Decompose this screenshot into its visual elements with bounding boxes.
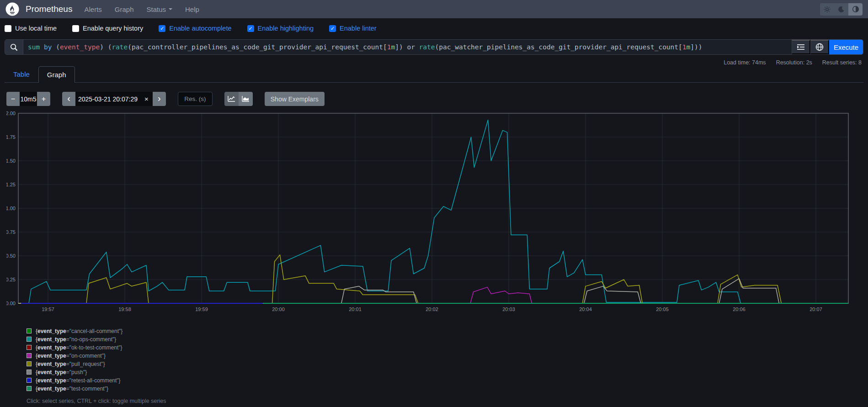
legend-item-test-comment[interactable]: {event_type="test-comment"} xyxy=(27,386,868,391)
nav-link-help[interactable]: Help xyxy=(185,5,199,13)
checkbox-enable-highlighting[interactable]: ✓Enable highlighting xyxy=(247,25,314,32)
legend-item-pull_request[interactable]: {event_type="pull_request"} xyxy=(27,361,868,367)
time-forward-button[interactable]: › xyxy=(153,92,166,106)
graph-canvas[interactable]: 0.000.250.500.751.001.251.501.752.0019:5… xyxy=(6,111,850,316)
checkbox-enable-autocomplete[interactable]: ✓Enable autocomplete xyxy=(159,25,231,32)
nav-link-alerts[interactable]: Alerts xyxy=(84,5,101,13)
y-axis-tick: 1.50 xyxy=(6,158,16,164)
search-icon xyxy=(5,40,23,54)
legend-label: {event_type="test-comment"} xyxy=(36,386,108,392)
checked-checkbox-icon[interactable]: ✓ xyxy=(329,25,336,32)
legend-label: {event_type="no-ops-comment"} xyxy=(36,336,116,343)
metrics-explorer-icon xyxy=(797,43,805,51)
range-input[interactable] xyxy=(20,92,37,106)
query-token: sum xyxy=(28,43,40,51)
query-token xyxy=(40,43,44,51)
legend: {event_type="cancel-all-comment"}{event_… xyxy=(27,328,868,391)
legend-swatch xyxy=(27,353,32,358)
x-axis-tick: 20:01 xyxy=(349,307,362,312)
legend-item-push[interactable]: {event_type="push"} xyxy=(27,369,868,375)
y-axis-tick: 1.00 xyxy=(6,206,16,211)
legend-swatch xyxy=(27,345,32,350)
datetime-input[interactable] xyxy=(75,95,140,103)
tab-graph[interactable]: Graph xyxy=(38,66,75,83)
moon-icon xyxy=(838,6,845,13)
x-axis-tick: 19:57 xyxy=(42,307,54,312)
result-series: Result series: 8 xyxy=(822,59,862,66)
x-axis-tick: 20:00 xyxy=(272,307,285,312)
legend-swatch xyxy=(27,386,32,391)
y-axis-tick: 0.75 xyxy=(6,229,16,235)
legend-swatch xyxy=(27,337,32,342)
checkbox-label: Enable highlighting xyxy=(258,25,314,32)
legend-swatch xyxy=(27,328,32,333)
legend-label: {event_type="on-comment"} xyxy=(36,353,106,359)
line-chart-icon xyxy=(228,95,235,102)
tab-table[interactable]: Table xyxy=(5,66,38,82)
line-graph-button[interactable] xyxy=(224,92,239,106)
checkbox-enable-query-history[interactable]: Enable query history xyxy=(72,25,143,32)
chart-area: 0.000.250.500.751.001.251.501.752.0019:5… xyxy=(6,111,862,316)
query-token: or xyxy=(407,43,415,51)
nav-link-graph[interactable]: Graph xyxy=(115,5,134,13)
series-line-no-ops-comment xyxy=(29,120,848,303)
clear-time-icon[interactable]: × xyxy=(140,95,153,103)
resolution-input[interactable] xyxy=(178,92,213,106)
increase-range-button[interactable]: + xyxy=(37,92,50,106)
query-token: ) ( xyxy=(100,43,112,51)
nav-links: Alerts Graph Status Help xyxy=(84,5,199,13)
stacked-graph-button[interactable] xyxy=(239,92,253,106)
checkbox-enable-linter[interactable]: ✓Enable linter xyxy=(329,25,377,32)
execute-button[interactable]: Execute xyxy=(829,40,863,54)
dark-theme-button[interactable] xyxy=(834,3,848,16)
unchecked-checkbox-icon[interactable] xyxy=(5,25,11,32)
legend-item-ok-to-test-comment[interactable]: {event_type="ok-to-test-comment"} xyxy=(27,344,868,350)
checked-checkbox-icon[interactable]: ✓ xyxy=(247,25,254,32)
options-row: Use local timeEnable query history✓Enabl… xyxy=(0,18,868,37)
datetime-wrap: × xyxy=(75,92,153,106)
app-title: Prometheus xyxy=(26,4,72,14)
checkbox-label: Use local time xyxy=(15,25,57,32)
x-axis-tick: 20:07 xyxy=(809,307,822,312)
legend-swatch xyxy=(27,370,32,375)
legend-label: {event_type="cancel-all-comment"} xyxy=(36,328,122,334)
x-axis-tick: 19:58 xyxy=(118,307,131,312)
legend-label: {event_type="ok-to-test-comment"} xyxy=(36,344,122,351)
auto-theme-button[interactable] xyxy=(848,3,863,16)
chart-type-group xyxy=(224,92,253,106)
time-group: ‹ × › xyxy=(62,92,166,106)
legend-item-cancel-all-comment[interactable]: {event_type="cancel-all-comment"} xyxy=(27,328,868,334)
query-token: by xyxy=(44,43,52,51)
legend-help-note: Click: select series, CTRL + click: togg… xyxy=(27,398,868,404)
checkbox-use-local-time[interactable]: Use local time xyxy=(5,25,57,32)
decrease-range-button[interactable]: − xyxy=(6,92,20,106)
legend-label: {event_type="pull_request"} xyxy=(36,361,105,367)
checkbox-label: Enable query history xyxy=(83,25,143,32)
show-exemplars-button[interactable]: Show Exemplars xyxy=(265,92,325,106)
metrics-explorer-button[interactable] xyxy=(792,40,810,54)
unchecked-checkbox-icon[interactable] xyxy=(72,25,79,32)
query-stats: Load time: 74ms Resolution: 2s Result se… xyxy=(724,59,862,66)
checkbox-label: Enable linter xyxy=(340,25,377,32)
stacked-chart-icon xyxy=(242,95,250,102)
navbar: Prometheus Alerts Graph Status Help xyxy=(0,0,868,18)
graph-controls: − + ‹ × › Show Exemplars xyxy=(6,92,862,106)
query-input[interactable]: sum by (event_type) (rate(pac_controller… xyxy=(23,40,792,54)
format-expression-button[interactable] xyxy=(810,40,829,54)
legend-label: {event_type="push"} xyxy=(36,369,87,375)
time-back-button[interactable]: ‹ xyxy=(62,92,75,106)
legend-swatch xyxy=(27,378,32,383)
x-axis-tick: 20:04 xyxy=(579,307,592,312)
checked-checkbox-icon[interactable]: ✓ xyxy=(159,25,165,32)
light-theme-button[interactable] xyxy=(820,3,834,16)
y-axis-tick: 0.50 xyxy=(6,253,16,259)
legend-item-no-ops-comment[interactable]: {event_type="no-ops-comment"} xyxy=(27,336,868,342)
query-token: (pac_controller_pipelines_as_code_git_pr… xyxy=(128,43,387,51)
legend-item-retest-all-comment[interactable]: {event_type="retest-all-comment"} xyxy=(27,377,868,383)
y-axis-tick: 0.25 xyxy=(6,277,16,282)
legend-item-on-comment[interactable]: {event_type="on-comment"} xyxy=(27,353,868,359)
checkbox-label: Enable autocomplete xyxy=(169,25,231,32)
range-group: − + xyxy=(6,92,50,106)
gear-icon xyxy=(824,6,831,13)
nav-link-status[interactable]: Status xyxy=(147,5,173,13)
